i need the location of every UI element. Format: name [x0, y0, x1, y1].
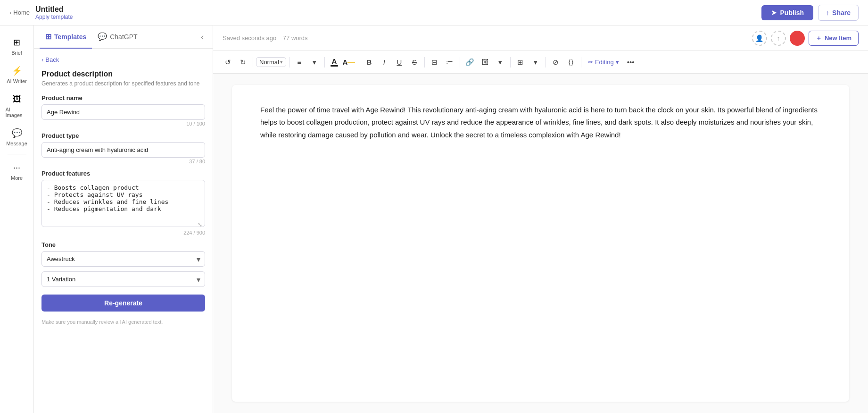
italic-button[interactable]: I [377, 55, 391, 69]
main-layout: ⊞ Brief ⚡ AI Writer 🖼 AI Images 💬 Messag… [0, 25, 868, 413]
sidebar-item-brief-label: Brief [11, 50, 22, 56]
disclaimer-text: Make sure you manually review all AI gen… [41, 318, 205, 326]
tone-select[interactable]: Awestruck Professional Casual Excited [41, 251, 205, 267]
icon-sidebar: ⊞ Brief ⚡ AI Writer 🖼 AI Images 💬 Messag… [0, 25, 34, 413]
more-icon: ··· [11, 162, 23, 173]
avatar-person-add[interactable]: 👤 [752, 31, 767, 46]
bullet-list-button[interactable]: ⊟ [428, 55, 442, 69]
editor-status: Saved seconds ago 77 words [223, 34, 313, 42]
share-button[interactable]: ↑ Share [818, 5, 859, 21]
image-dropdown-button[interactable]: ▾ [493, 55, 507, 69]
tab-chatgpt[interactable]: 💬 ChatGPT [92, 25, 143, 49]
font-color-button[interactable]: A [328, 55, 341, 69]
align-dropdown-button[interactable]: ▾ [307, 55, 322, 69]
publish-label: Publish [780, 9, 804, 17]
underline-button[interactable]: U [392, 55, 406, 69]
toolbar-divider-4 [359, 57, 359, 67]
tab-templates[interactable]: ⊞ Templates [40, 25, 92, 49]
regenerate-button[interactable]: Re-generate [41, 295, 205, 312]
variation-select-wrapper: 1 Variation 2 Variations 3 Variations [41, 271, 205, 287]
home-link[interactable]: ‹ Home [9, 9, 30, 16]
style-select[interactable]: Normal ▾ [256, 57, 286, 67]
table-button[interactable]: ⊞ [513, 55, 528, 69]
word-count: 77 words [283, 34, 308, 42]
product-type-input[interactable] [41, 142, 205, 158]
toolbar-divider-2 [289, 57, 289, 67]
apply-template-link[interactable]: Apply template [35, 14, 73, 20]
sidebar-item-more[interactable]: ··· More [3, 158, 31, 185]
toolbar-divider-5 [424, 57, 425, 67]
toolbar-divider-9 [581, 57, 581, 67]
editor-content-area[interactable]: Feel the power of time travel with Age R… [232, 85, 849, 402]
publish-icon [771, 9, 777, 16]
product-type-label: Product type [41, 132, 205, 139]
tone-label: Tone [41, 241, 205, 248]
sidebar-item-ai-writer-label: AI Writer [7, 78, 27, 84]
toolbar-divider-1 [253, 57, 253, 67]
highlight-button[interactable]: A [342, 55, 356, 69]
product-name-label: Product name [41, 94, 205, 101]
panel-content: ‹ Back Product description Generates a p… [34, 49, 213, 413]
numbered-list-button[interactable]: ≔ [443, 55, 457, 69]
product-features-count: 224 / 900 [41, 230, 205, 236]
sidebar-item-brief[interactable]: ⊞ Brief [3, 33, 31, 59]
panel-tabs: ⊞ Templates 💬 ChatGPT ‹ [34, 25, 213, 49]
topbar-right: Publish ↑ Share [761, 5, 859, 21]
sidebar-item-ai-images[interactable]: 🖼 AI Images [3, 90, 31, 122]
topbar: ‹ Home Untitled Apply template Publish ↑… [0, 0, 868, 25]
toolbar-divider-7 [510, 57, 511, 67]
sidebar-item-message-label: Message [6, 141, 27, 146]
code-button[interactable]: ⟨⟩ [564, 55, 578, 69]
highlight-a-icon: A [342, 59, 347, 66]
more-options-button[interactable]: ••• [624, 55, 638, 69]
variation-select[interactable]: 1 Variation 2 Variations 3 Variations [41, 271, 205, 287]
link-button[interactable]: 🔗 [463, 55, 477, 69]
back-icon: ‹ [41, 56, 43, 63]
image-button[interactable]: 🖼 [478, 55, 492, 69]
textarea-resize-handle[interactable]: ⤡ [198, 221, 204, 228]
topbar-left: ‹ Home Untitled Apply template [9, 5, 73, 20]
align-button[interactable]: ≡ [292, 55, 306, 69]
sidebar-item-more-label: More [11, 175, 23, 181]
product-features-input[interactable]: - Boosts collagen product - Protects aga… [41, 180, 205, 227]
share-label: Share [832, 9, 851, 17]
special-char-button[interactable]: ⊘ [549, 55, 563, 69]
ai-writer-icon: ⚡ [11, 65, 23, 76]
product-features-label: Product features [41, 170, 205, 177]
sidebar-item-message[interactable]: 💬 Message [3, 124, 31, 150]
editor-avatars: 👤 ↑ ＋ New Item [752, 31, 859, 46]
sidebar-item-ai-writer[interactable]: ⚡ AI Writer [3, 61, 31, 88]
product-features-wrapper: - Boosts collagen product - Protects aga… [41, 180, 205, 229]
message-icon: 💬 [11, 127, 23, 139]
section-description: Generates a product description for spec… [41, 80, 205, 87]
editing-mode-button[interactable]: ✏ Editing ▾ [584, 57, 623, 67]
product-name-count: 10 / 100 [41, 121, 205, 126]
left-panel: ⊞ Templates 💬 ChatGPT ‹ ‹ Back Product d… [34, 25, 213, 413]
section-title: Product description [41, 70, 205, 78]
templates-tab-label: Templates [54, 33, 86, 41]
brief-icon: ⊞ [11, 37, 23, 48]
font-color-bar [331, 65, 338, 67]
strikethrough-button[interactable]: S [407, 55, 422, 69]
product-name-input[interactable] [41, 104, 205, 120]
toolbar-divider-6 [460, 57, 460, 67]
back-button[interactable]: ‹ Back [41, 56, 59, 63]
new-item-label: New Item [825, 34, 851, 42]
redo-button[interactable]: ↻ [236, 55, 250, 69]
chatgpt-tab-label: ChatGPT [110, 33, 137, 41]
publish-button[interactable]: Publish [761, 5, 814, 20]
templates-tab-icon: ⊞ [45, 32, 51, 41]
product-type-count: 37 / 80 [41, 159, 205, 164]
svg-marker-0 [771, 10, 777, 15]
page-title: Untitled [35, 5, 73, 14]
editor-topbar: Saved seconds ago 77 words 👤 ↑ ＋ New Ite… [213, 25, 868, 51]
avatar-share[interactable]: ↑ [771, 31, 786, 46]
new-item-button[interactable]: ＋ New Item [809, 31, 859, 46]
undo-button[interactable]: ↺ [221, 55, 235, 69]
toolbar-divider-3 [324, 57, 325, 67]
back-label: Back [45, 56, 59, 63]
bold-button[interactable]: B [362, 55, 376, 69]
table-dropdown-button[interactable]: ▾ [529, 55, 543, 69]
share-icon: ↑ [826, 9, 829, 17]
panel-collapse-button[interactable]: ‹ [196, 30, 209, 43]
